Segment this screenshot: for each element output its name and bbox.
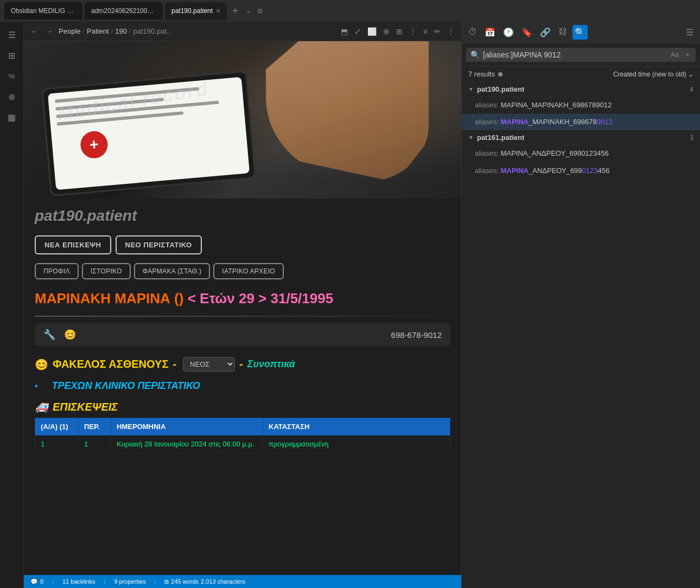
clear-search-button[interactable]: ×: [683, 50, 691, 60]
status-words: ⧉ 245 words 2,013 characters: [164, 578, 245, 585]
breadcrumb-sep3: /: [129, 27, 131, 35]
result-r1-value: ΜΑΡΙΝΑ_ΜΑΡΙΝΑΚΗ_6986789012: [501, 101, 612, 109]
result-item-r3[interactable]: aliases: ΜΑΡΙΝΑ_ΑΝΔΡΕΟΥ_6990123456: [462, 145, 700, 162]
result-r1-label: aliases:: [475, 101, 499, 109]
result-r3-label: aliases:: [475, 149, 499, 157]
folder-header: 😊 ΦΑΚΕΛΟΣ ΑΣΘΕΝΟΥΣ - ΝΕΟΣ ΠΑΛΑΙΟΣ - Συνο…: [35, 357, 450, 372]
search-panel: ⏱ 📅 🕐 🔖 🔗 ⛓ 🔍 ☰ 🔍 Aa ×: [461, 22, 700, 588]
search-input-actions: Aa ×: [669, 50, 691, 60]
toolbar: ← → People / Patient / 190 / pat190.pat.…: [24, 22, 461, 41]
toolbar-view-icon[interactable]: ⬒: [339, 26, 350, 37]
result-item-r1[interactable]: aliases: ΜΑΡΙΝΑ_ΜΑΡΙΝΑΚΗ_6986789012: [462, 97, 700, 113]
results-count: 7 results: [468, 70, 502, 78]
back-button[interactable]: ←: [28, 26, 40, 37]
result-r4-part2: _ΑΝΔΡΕΟΥ_699: [529, 167, 582, 175]
folder-summary[interactable]: Συνοπτικά: [247, 359, 295, 370]
result-item-r4[interactable]: aliases: ΜΑΡΙΝΑ_ΑΝΔΡΕΟΥ_6990123456: [462, 162, 700, 179]
tab-label-adm: adm20240626210000...: [91, 7, 156, 15]
results-count-text: 7 results: [468, 70, 495, 78]
result-item-r2[interactable]: aliases: ΜΑΡΙΝΑ_ΜΑΡΙΝΑΚΗ_6986789012: [462, 113, 700, 130]
folder-emoji: 😊: [35, 358, 48, 371]
results-dot-icon: [498, 72, 502, 76]
tab-profile[interactable]: ΠΡΟΦΙΛ: [35, 263, 79, 279]
toolbar-expand-icon[interactable]: ⤢: [352, 26, 363, 37]
result-group-title-pat190: ▼ pat190.patient: [468, 85, 524, 93]
contact-phone[interactable]: 698-678-9012: [391, 330, 442, 340]
tab-pat190[interactable]: pat190.patient ×: [165, 2, 227, 20]
sidebar-graph-icon[interactable]: %: [3, 67, 21, 85]
cell-date: Κυριακή 28 Ιανουαρίου 2024 στις 06:00 μ.…: [111, 436, 263, 453]
tab-add-button[interactable]: +: [229, 5, 241, 17]
sidebar-files-icon[interactable]: ☰: [3, 26, 21, 43]
patient-age: 29: [239, 290, 254, 306]
tab-history[interactable]: ΙΣΤΟΡΙΚΟ: [82, 263, 131, 279]
folder-label: ΦΑΚΕΛΟΣ ΑΣΘΕΝΟΥΣ: [53, 358, 168, 370]
action-buttons: ΝΕΑ ΕΠΙΣΚΕΨΗ ΝΕΟ ΠΕΡΙΣΤΑΤΙΚΟ: [24, 229, 461, 261]
result-text-r1: aliases: ΜΑΡΙΝΑ_ΜΑΡΙΝΑΚΗ_6986789012: [475, 100, 693, 110]
result-group-header-pat190[interactable]: ▼ pat190.patient 4: [462, 82, 700, 97]
new-case-button[interactable]: ΝΕΟ ΠΕΡΙΣΤΑΤΙΚΟ: [116, 235, 202, 254]
folder-select[interactable]: ΝΕΟΣ ΠΑΛΑΙΟΣ: [183, 357, 235, 372]
search-input[interactable]: [483, 50, 665, 59]
toolbar-search-icon[interactable]: ⊕: [381, 26, 392, 37]
breadcrumb-patient[interactable]: Patient: [87, 27, 109, 35]
toolbar-fullscreen-icon[interactable]: ⬜: [365, 26, 379, 37]
new-visit-button[interactable]: ΝΕΑ ΕΠΙΣΚΕΨΗ: [35, 235, 111, 254]
sidebar-calendar-icon[interactable]: ▦: [3, 108, 21, 126]
doc-title: pat190.patient: [24, 199, 461, 229]
sidebar-search-icon[interactable]: ⊞: [3, 47, 21, 64]
panel-chain-icon[interactable]: ⛓: [556, 25, 569, 40]
panel-calendar-icon[interactable]: 📅: [482, 25, 498, 40]
tab-overflow-button[interactable]: ⌄: [244, 7, 253, 15]
tab-obsidian[interactable]: Obsidian MEDILIG v0.9...: [4, 2, 82, 20]
tab-close-icon[interactable]: ×: [216, 7, 220, 15]
status-comments[interactable]: 💬 0: [30, 578, 43, 585]
status-backlinks[interactable]: 11 backlinks: [62, 578, 96, 585]
patient-age-suffix: >: [254, 290, 271, 306]
panel-clock-icon[interactable]: 🕐: [501, 25, 516, 40]
result-group-header-pat161[interactable]: ▼ pat161.patient 3: [462, 130, 700, 145]
toolbar-more-icon[interactable]: ⋮: [445, 26, 457, 37]
group2-count: 3: [690, 134, 693, 142]
tab-split-button[interactable]: ⧉: [256, 7, 265, 15]
words-count: ⧉: [164, 578, 169, 585]
cell-per: 1: [79, 436, 111, 453]
panel-link-icon[interactable]: 🔗: [538, 25, 553, 40]
tab-label-pat190: pat190.patient: [171, 7, 213, 15]
document-area: + Medical record pat190.patient ΝΕΑ ΕΠΙΣ…: [24, 41, 461, 575]
forward-button[interactable]: →: [43, 26, 55, 37]
clinical-label: ΤΡΕΧΩΝ ΚΛΙΝΙΚΟ ΠΕΡΙΣΤΑΤΙΚΟ: [41, 380, 200, 392]
patient-dob: 31/5/1995: [271, 290, 334, 306]
panel-timer-icon[interactable]: ⏱: [466, 25, 479, 40]
panel-search-icon[interactable]: 🔍: [572, 25, 588, 40]
panel-menu-icon[interactable]: ☰: [684, 25, 696, 40]
tab-label-obsidian: Obsidian MEDILIG v0.9...: [11, 7, 76, 15]
result-r4-highlight: ΜΑΡΙΝΑ: [501, 167, 529, 175]
panel-icons-left: ⏱ 📅 🕐 🔖 🔗 ⛓ 🔍: [466, 25, 588, 40]
toolbar-copy-icon[interactable]: ⊞: [394, 26, 405, 37]
breadcrumb-190[interactable]: 190: [115, 27, 127, 35]
sidebar-plugins-icon[interactable]: ⊕: [3, 88, 21, 105]
group2-arrow-icon: ▼: [468, 135, 474, 140]
panel-bookmark-icon[interactable]: 🔖: [519, 25, 534, 40]
main-area: ☰ ⊞ % ⊕ ▦ ← → People / Patient / 190 / p…: [0, 22, 700, 588]
toolbar-bookmark-icon[interactable]: ⋮: [407, 26, 419, 37]
breadcrumb-people[interactable]: People: [59, 27, 80, 35]
properties-text: 9 properties: [114, 578, 145, 585]
search-panel-header: ⏱ 📅 🕐 🔖 🔗 ⛓ 🔍 ☰: [462, 22, 700, 43]
tab-archive[interactable]: ΙΑΤΡΙΚΟ ΑΡΧΕΙΟ: [213, 263, 284, 279]
toolbar-edit-icon[interactable]: ✏: [432, 26, 443, 37]
table-row[interactable]: 1 1 Κυριακή 28 Ιανουαρίου 2024 στις 06:0…: [35, 436, 450, 453]
results-sort-button[interactable]: Created time (new to old) ⌄: [613, 71, 693, 78]
tab-meds[interactable]: ΦΑΡΜΑΚΑ (ΣΤΑΘ.): [134, 263, 211, 279]
status-properties[interactable]: 9 properties: [114, 578, 145, 585]
result-r2-matchnum: 9012: [597, 118, 613, 126]
tab-adm[interactable]: adm20240626210000...: [85, 2, 163, 20]
folder-dash2: -: [239, 358, 243, 370]
left-sidebar: ☰ ⊞ % ⊕ ▦: [0, 22, 24, 588]
toolbar-tag-icon[interactable]: ≡: [421, 26, 430, 37]
match-case-button[interactable]: Aa: [669, 50, 681, 60]
contact-icon2: 😊: [64, 329, 76, 341]
words-text: 245 words: [171, 578, 199, 585]
breadcrumb-sep2: /: [111, 27, 113, 35]
